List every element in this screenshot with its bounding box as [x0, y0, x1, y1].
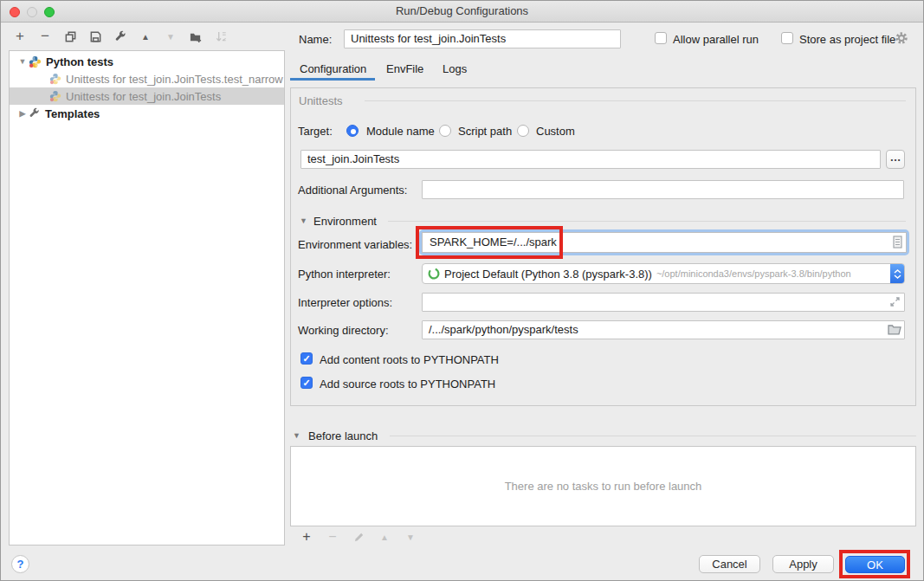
- environment-variables-label: Environment variables:: [298, 238, 412, 251]
- sort-configurations-icon: [214, 29, 228, 43]
- environment-section-title: Environment: [313, 215, 377, 228]
- move-task-down-icon: ▼: [404, 530, 417, 544]
- help-button[interactable]: ?: [11, 555, 29, 573]
- additional-arguments-input[interactable]: [422, 180, 904, 199]
- tree-item-label: Unittests for test_join.JoinTests.test_n…: [66, 73, 283, 86]
- check-icon: ✓: [302, 378, 310, 388]
- python-tests-icon: [29, 55, 42, 68]
- target-label: Target:: [298, 125, 333, 138]
- browse-button[interactable]: …: [886, 150, 905, 169]
- configurations-tree: ▼ Python tests Unittests for test_joi: [9, 50, 285, 545]
- conda-environment-icon: [428, 268, 440, 280]
- tab-envfile[interactable]: EnvFile: [386, 62, 423, 78]
- no-tasks-message: There are no tasks to run before launch: [505, 480, 702, 493]
- remove-configuration-icon[interactable]: −: [38, 29, 52, 43]
- window-title: Run/Debug Configurations: [1, 1, 923, 22]
- edit-task-icon: [352, 530, 365, 544]
- add-source-roots-label: Add source roots to PYTHONPATH: [320, 378, 495, 391]
- edit-templates-icon[interactable]: [113, 29, 127, 43]
- chevron-right-icon[interactable]: ▶: [16, 109, 29, 118]
- target-module-name-radio[interactable]: [346, 125, 359, 137]
- add-content-roots-checkbox[interactable]: ✓: [300, 352, 313, 365]
- allow-parallel-run-label: Allow parallel run: [673, 33, 759, 46]
- tree-item-unittests-test-narrow[interactable]: Unittests for test_join.JoinTests.test_n…: [10, 70, 284, 87]
- combo-stepper-icon[interactable]: [890, 263, 905, 284]
- interpreter-options-input[interactable]: [422, 293, 905, 312]
- remove-task-icon: −: [326, 530, 339, 544]
- zoom-window-button[interactable]: [44, 7, 55, 17]
- before-launch-collapse-icon[interactable]: ▼: [293, 431, 300, 440]
- move-down-icon: ▼: [164, 29, 178, 43]
- add-configuration-icon[interactable]: +: [13, 29, 27, 43]
- python-test-icon: [49, 73, 61, 85]
- move-task-up-icon: ▲: [378, 530, 391, 544]
- target-script-path-label: Script path: [458, 125, 512, 138]
- list-variables-icon[interactable]: [893, 236, 902, 249]
- cancel-button[interactable]: Cancel: [699, 555, 760, 573]
- before-launch-tasks-panel: There are no tasks to run before launch: [290, 446, 916, 526]
- name-input[interactable]: Unittests for test_join.JoinTests: [344, 29, 621, 48]
- wrench-icon: [29, 107, 41, 119]
- ok-button[interactable]: OK: [845, 556, 905, 573]
- folder-icon[interactable]: [888, 324, 901, 335]
- module-name-input[interactable]: test_join.JoinTests: [300, 150, 881, 169]
- tab-logs[interactable]: Logs: [443, 62, 467, 78]
- tree-item-templates[interactable]: ▶ Templates: [10, 105, 284, 122]
- tree-item-unittests-jointests-selected[interactable]: Unittests for test_join.JoinTests: [10, 87, 284, 105]
- interpreter-options-label: Interpreter options:: [298, 296, 392, 309]
- tree-item-python-tests[interactable]: ▼ Python tests: [10, 53, 284, 70]
- new-folder-icon[interactable]: [189, 29, 203, 43]
- move-up-icon[interactable]: ▲: [139, 29, 152, 43]
- active-tab-indicator: [290, 78, 375, 81]
- python-interpreter-value: Project Default (Python 3.8 (pyspark-3.8…: [444, 268, 652, 281]
- add-task-icon[interactable]: +: [300, 530, 313, 544]
- gear-icon[interactable]: [895, 31, 908, 45]
- tree-item-label: Python tests: [46, 55, 113, 68]
- expand-field-icon[interactable]: [889, 296, 901, 307]
- store-as-project-file-checkbox[interactable]: [781, 32, 793, 44]
- apply-button[interactable]: Apply: [772, 555, 834, 573]
- environment-separator: [388, 221, 906, 222]
- additional-arguments-label: Additional Arguments:: [298, 184, 407, 197]
- environment-variables-input[interactable]: SPARK_HOME=/.../spark: [422, 232, 907, 253]
- tab-configuration[interactable]: Configuration: [300, 62, 366, 78]
- tree-item-label: Templates: [45, 107, 100, 120]
- minimize-window-button: [27, 7, 37, 17]
- group-title: Unittests: [299, 94, 343, 107]
- working-directory-label: Working directory:: [298, 324, 389, 337]
- save-configuration-icon[interactable]: [88, 29, 102, 43]
- python-interpreter-path: ~/opt/miniconda3/envs/pyspark-3.8/bin/py…: [656, 268, 851, 279]
- working-directory-input[interactable]: /.../spark/python/pyspark/tests: [422, 320, 905, 339]
- environment-variables-focus-ring: SPARK_HOME=/.../spark: [419, 229, 909, 255]
- add-source-roots-checkbox[interactable]: ✓: [300, 377, 313, 389]
- copy-configuration-icon[interactable]: [63, 29, 77, 43]
- add-content-roots-label: Add content roots to PYTHONPATH: [320, 353, 499, 366]
- python-test-icon: [49, 90, 61, 102]
- tree-item-label: Unittests for test_join.JoinTests: [66, 90, 221, 103]
- before-launch-toolbar: + − ▲ ▼: [300, 530, 417, 544]
- configurations-toolbar: + − ▲ ▼: [13, 28, 228, 45]
- chevron-down-icon[interactable]: ▼: [16, 57, 29, 66]
- check-icon: ✓: [302, 353, 310, 364]
- target-custom-label: Custom: [536, 125, 575, 138]
- group-title-separator: [365, 100, 906, 101]
- target-script-path-radio[interactable]: [439, 125, 451, 137]
- allow-parallel-run-checkbox[interactable]: [655, 32, 667, 44]
- python-interpreter-label: Python interpreter:: [298, 268, 391, 281]
- python-interpreter-select[interactable]: Project Default (Python 3.8 (pyspark-3.8…: [422, 263, 905, 284]
- environment-collapse-icon[interactable]: ▼: [300, 216, 307, 225]
- store-as-project-file-label: Store as project file: [799, 33, 895, 46]
- before-launch-separator: [390, 436, 916, 436]
- run-debug-configurations-dialog: Run/Debug Configurations + − ▲ ▼: [0, 0, 924, 581]
- target-module-name-label: Module name: [366, 125, 435, 138]
- name-label: Name:: [299, 33, 332, 46]
- target-custom-radio[interactable]: [517, 125, 529, 137]
- titlebar: Run/Debug Configurations: [1, 1, 923, 23]
- before-launch-section-title: Before launch: [308, 429, 378, 442]
- close-window-button[interactable]: [10, 7, 20, 17]
